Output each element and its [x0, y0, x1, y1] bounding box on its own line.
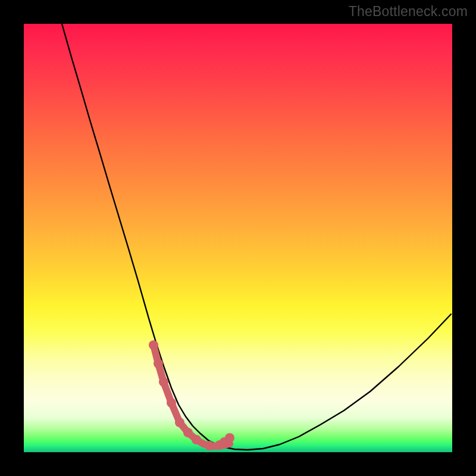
highlight-dot	[149, 340, 158, 350]
highlight-dot	[192, 435, 201, 444]
highlight-dot	[154, 359, 163, 368]
plot-area	[24, 24, 452, 452]
highlight-dot	[183, 428, 193, 437]
bottom-highlight-markers	[149, 340, 234, 450]
chart-svg	[24, 24, 452, 452]
highlight-dot	[167, 398, 176, 408]
highlight-dot	[159, 377, 168, 387]
watermark-text: TheBottleneck.com	[349, 4, 468, 20]
highlight-dot	[225, 433, 234, 443]
bottleneck-curve	[62, 24, 451, 450]
highlight-dot	[205, 441, 214, 450]
highlight-dot	[175, 418, 184, 427]
chart-frame: TheBottleneck.com	[0, 0, 476, 476]
